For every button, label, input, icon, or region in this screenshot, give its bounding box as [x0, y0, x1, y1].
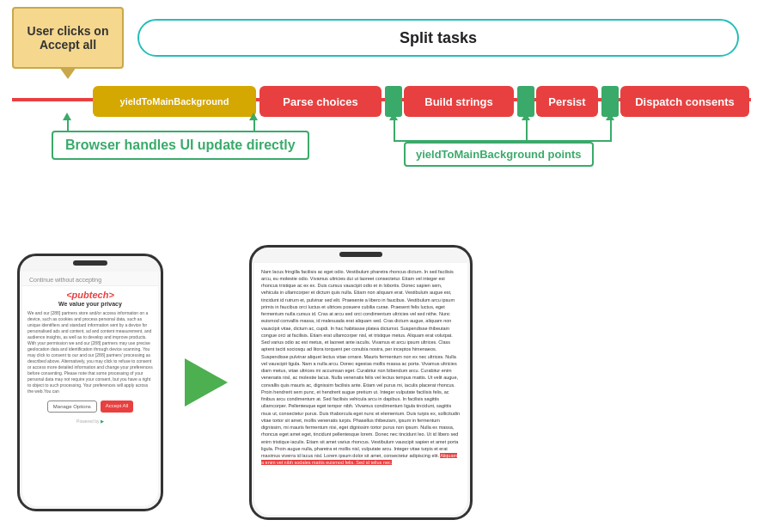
yield-points-box: yieldToMainBackground points: [404, 142, 594, 167]
pill-yield-main: yieldToMainBackground: [93, 86, 256, 117]
arrow-head-right-up: [249, 113, 258, 120]
arrow-right-container: [163, 358, 249, 407]
phone-2-notch: [339, 252, 382, 257]
split-tasks-label: Split tasks: [400, 29, 477, 47]
phone-1-screen: Continue without accepting <pubtech> We …: [22, 272, 158, 506]
arrow-dispatch-up: [610, 120, 612, 140]
user-clicks-box: User clicks on Accept all: [12, 7, 124, 69]
browser-handles-box: Browser handles UI update directly: [52, 131, 309, 160]
arrow-head-persist-up: [522, 113, 530, 120]
lorem-ipsum-text: Nam lacus fringilla facilisis ac eget od…: [261, 268, 461, 467]
arrow-right-up: [253, 120, 255, 131]
pill-dispatch-consents: Dispatch consents: [620, 86, 749, 117]
phone-1-notch: [73, 260, 107, 266]
consent-subtitle: We value your privacy: [22, 301, 158, 309]
user-clicks-label: User clicks on Accept all: [14, 24, 122, 52]
phone-1: Continue without accepting <pubtech> We …: [17, 254, 163, 511]
arrow-head-left-up: [63, 113, 71, 120]
pill-parse-choices: Parse choices: [259, 86, 382, 117]
arrow-persist-up: [526, 120, 528, 140]
consent-buttons: Manage Options Accept All: [22, 396, 158, 417]
manage-options-button[interactable]: Manage Options: [47, 401, 97, 413]
phone-2-screen: Nam lacus fringilla facilisis ac eget od…: [254, 263, 467, 515]
phones-area: Continue without accepting <pubtech> We …: [0, 232, 763, 532]
consent-brand: <pubtech>: [22, 286, 158, 301]
arrow-head-dispatch-up: [606, 113, 614, 120]
arrow-build-up: [394, 120, 395, 140]
phone-2: Nam lacus fringilla facilisis ac eget od…: [249, 245, 473, 520]
consent-footer: Powered by ▶: [22, 417, 158, 425]
lorem-highlight: Aliquam a enim vel nibh sodales mattis e…: [261, 453, 457, 465]
arrow-right-icon: [185, 358, 228, 407]
consent-body: We and our [288] partners store and/or a…: [22, 309, 158, 396]
pill-build-strings: Build strings: [404, 86, 514, 117]
diagram-area: User clicks on Accept all Split tasks Cl…: [0, 0, 763, 232]
arrow-left-up: [67, 120, 69, 131]
accept-all-button[interactable]: Accept All: [101, 401, 133, 413]
split-tasks-banner: Split tasks: [137, 19, 739, 57]
pill-persist: Persist: [536, 86, 598, 117]
arrow-head-build-up: [389, 113, 398, 120]
consent-header: Continue without accepting: [22, 272, 158, 286]
